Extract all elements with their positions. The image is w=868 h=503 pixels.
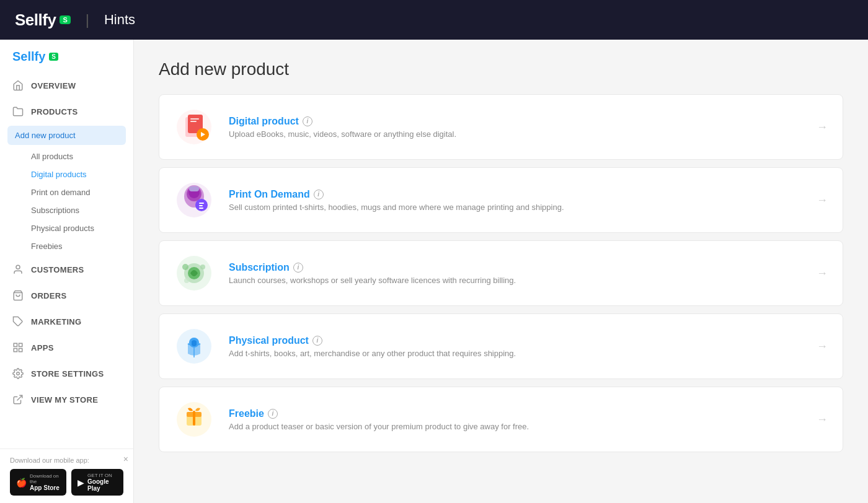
google-play-button[interactable]: ▶ GET IT ON Google Play — [71, 469, 123, 496]
pod-info-icon[interactable]: i — [314, 190, 324, 199]
sidebar-sub-digital-products[interactable]: Digital products — [0, 165, 133, 183]
svg-rect-6 — [14, 349, 17, 352]
product-icon-pod — [174, 180, 214, 220]
gear-icon — [12, 368, 24, 379]
product-card-physical-content: Physical product i Add t-shirts, books, … — [229, 335, 807, 358]
external-link-icon — [12, 394, 24, 405]
svg-point-0 — [16, 265, 20, 269]
digital-product-svg — [174, 107, 214, 147]
product-card-physical[interactable]: Physical product i Add t-shirts, books, … — [159, 313, 843, 379]
sidebar-item-overview[interactable]: OVERVIEW — [0, 74, 133, 97]
sidebar-logo: Sellfy S — [0, 40, 133, 71]
digital-arrow-icon: → — [817, 121, 828, 134]
pod-arrow-icon: → — [817, 194, 828, 207]
subscription-info-icon[interactable]: i — [293, 263, 303, 273]
topbar-title: Hints — [104, 12, 135, 28]
sidebar-item-store-settings-label: STORE SETTINGS — [31, 369, 104, 378]
topbar: Sellfy S | Hints — [0, 0, 868, 40]
sidebar-item-marketing-label: MARKETING — [31, 317, 81, 326]
svg-rect-36 — [193, 411, 195, 426]
sidebar-sub-print-on-demand[interactable]: Print on demand — [0, 183, 133, 201]
product-card-digital-desc: Upload eBooks, music, videos, software o… — [229, 129, 807, 139]
tag-icon — [12, 316, 24, 327]
svg-line-8 — [17, 395, 22, 400]
app-store-badges: 🍎 Download on the App Store ▶ GET IT ON … — [10, 469, 123, 496]
product-card-physical-desc: Add t-shirts, books, art, merchandise or… — [229, 349, 807, 358]
subscription-product-svg — [174, 253, 214, 293]
sidebar-item-marketing[interactable]: MARKETING — [0, 310, 133, 333]
page-title: Add new product — [159, 59, 843, 79]
physical-info-icon[interactable]: i — [312, 336, 322, 346]
mobile-app-text: Download our mobile app: — [10, 457, 123, 464]
product-card-subscription[interactable]: Subscription i Launch courses, workshops… — [159, 240, 843, 306]
sidebar-item-customers[interactable]: CUSTOMERS — [0, 258, 133, 281]
freebie-arrow-icon: → — [817, 413, 828, 426]
topbar-logo-text: Sellfy — [15, 11, 56, 30]
sidebar-sub-subscriptions[interactable]: Subscriptions — [0, 201, 133, 219]
svg-rect-3 — [14, 343, 17, 346]
physical-product-svg — [174, 326, 214, 366]
sidebar-item-customers-label: CUSTOMERS — [31, 265, 84, 274]
sidebar: Sellfy S OVERVIEW PRODUCTS — [0, 40, 134, 503]
digital-info-icon[interactable]: i — [303, 116, 312, 126]
sidebar-item-overview-label: OVERVIEW — [31, 81, 76, 90]
product-card-pod-desc: Sell custom printed t-shirts, hoodies, m… — [229, 203, 807, 212]
folder-icon — [12, 106, 24, 117]
pod-product-svg — [174, 180, 214, 220]
product-icon-subscription — [174, 253, 214, 293]
sidebar-item-store-settings[interactable]: STORE SETTINGS — [0, 362, 133, 385]
sidebar-item-view-my-store[interactable]: VIEW MY STORE — [0, 388, 133, 411]
sidebar-item-apps[interactable]: APPS — [0, 336, 133, 359]
svg-rect-5 — [19, 349, 22, 352]
product-card-subscription-content: Subscription i Launch courses, workshops… — [229, 262, 807, 285]
svg-rect-13 — [190, 121, 197, 122]
sidebar-sub-physical-products[interactable]: Physical products — [0, 219, 133, 237]
sidebar-item-products[interactable]: PRODUCTS — [0, 100, 133, 123]
product-card-physical-title: Physical product i — [229, 335, 807, 346]
svg-rect-22 — [199, 203, 204, 204]
product-card-freebie-content: Freebie i Add a product teaser or basic … — [229, 408, 807, 431]
topbar-logo-badge: S — [60, 15, 70, 24]
svg-point-29 — [200, 265, 205, 269]
home-icon — [12, 80, 24, 91]
product-card-freebie[interactable]: Freebie i Add a product teaser or basic … — [159, 387, 843, 452]
sidebar-logo-text: Sellfy — [12, 50, 45, 64]
app-store-button[interactable]: 🍎 Download on the App Store — [10, 469, 66, 496]
svg-rect-20 — [189, 186, 199, 191]
sidebar-item-orders[interactable]: ORDERS — [0, 284, 133, 307]
product-card-pod-content: Print On Demand i Sell custom printed t-… — [229, 189, 807, 212]
product-card-pod-title: Print On Demand i — [229, 189, 807, 200]
product-card-digital[interactable]: Digital product i Upload eBooks, music, … — [159, 94, 843, 160]
sidebar-item-view-my-store-label: VIEW MY STORE — [31, 395, 98, 405]
product-card-digital-title: Digital product i — [229, 116, 807, 127]
subscription-arrow-icon: → — [817, 267, 828, 280]
product-card-pod[interactable]: Print On Demand i Sell custom printed t-… — [159, 167, 843, 233]
product-icon-digital — [174, 107, 214, 147]
freebie-info-icon[interactable]: i — [268, 409, 278, 419]
svg-point-28 — [182, 264, 188, 270]
product-icon-freebie — [174, 400, 214, 439]
sidebar-item-orders-label: ORDERS — [31, 291, 66, 300]
svg-rect-23 — [199, 205, 203, 206]
svg-point-30 — [184, 278, 189, 283]
apple-icon: 🍎 — [16, 478, 27, 488]
product-card-freebie-title: Freebie i — [229, 408, 807, 419]
product-card-freebie-desc: Add a product teaser or basic version of… — [229, 422, 807, 431]
physical-arrow-icon: → — [817, 340, 828, 353]
sidebar-logo-badge: S — [49, 53, 58, 61]
topbar-logo: Sellfy S — [15, 11, 71, 30]
person-icon — [12, 264, 24, 275]
google-play-text: GET IT ON Google Play — [87, 473, 117, 492]
sidebar-sub-all-products[interactable]: All products — [0, 147, 133, 165]
sidebar-sub-freebies[interactable]: Freebies — [0, 237, 133, 255]
grid-icon — [12, 342, 24, 353]
main-content: Add new product Digital product i — [134, 40, 868, 503]
sidebar-item-apps-label: APPS — [31, 343, 54, 352]
svg-rect-24 — [199, 208, 203, 209]
sidebar-products-section: PRODUCTS Add new product All products Di… — [0, 100, 133, 255]
add-new-product-link[interactable]: Add new product — [7, 126, 126, 145]
sidebar-bottom: × Download our mobile app: 🍎 Download on… — [0, 448, 133, 503]
sidebar-nav: OVERVIEW PRODUCTS Add new product All pr… — [0, 71, 133, 448]
close-banner-button[interactable]: × — [123, 454, 128, 464]
sidebar-item-products-label: PRODUCTS — [31, 107, 78, 116]
